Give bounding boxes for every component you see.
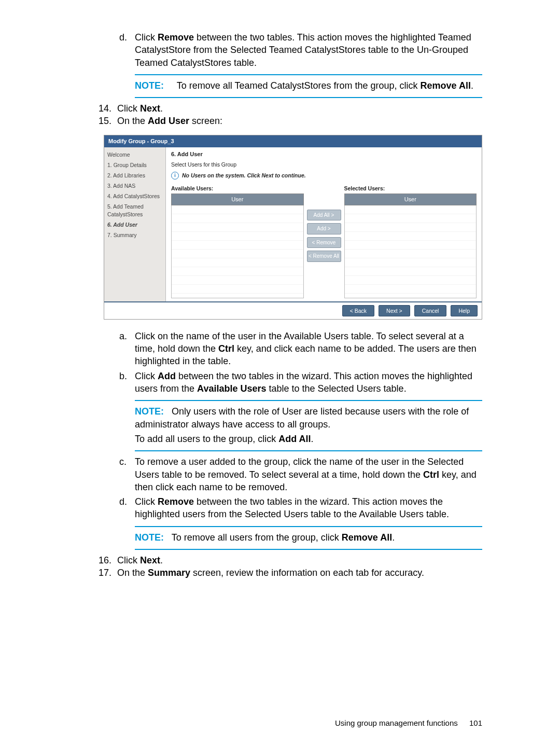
text: table to the Selected Users table. <box>266 383 406 394</box>
step-a: a. Click on the name of the user in the … <box>119 330 482 368</box>
text: . <box>160 103 163 114</box>
wizard-add-user: Modify Group - Group_3 Welcome 1. Group … <box>104 135 482 320</box>
wizard-footer: < Back Next > Cancel Help <box>104 301 482 319</box>
text: screen, review the information on each t… <box>190 568 424 578</box>
wizard-title: Modify Group - Group_3 <box>104 135 482 147</box>
bold: Remove <box>158 32 194 43</box>
note-label: NOTE: <box>135 80 164 91</box>
text: . <box>392 532 395 543</box>
bold: Add <box>158 371 176 381</box>
available-users-header: User <box>171 194 304 205</box>
bold: Next <box>140 103 160 114</box>
text: To add all users to the group, click <box>135 434 278 444</box>
back-button[interactable]: < Back <box>342 305 374 316</box>
note-text-2: To add all users to the group, click Add… <box>135 433 482 445</box>
nav-item[interactable]: Welcome <box>104 149 165 160</box>
note-rule <box>135 526 482 527</box>
bold: Ctrl <box>423 469 439 480</box>
bold: Ctrl <box>218 343 234 354</box>
selected-users-header: User <box>344 194 477 205</box>
text: To remove a user added to the group, cli… <box>135 457 464 479</box>
nav-item[interactable]: 1. Group Details <box>104 160 165 170</box>
info-icon: i <box>171 172 179 179</box>
step-heading: 6. Add User <box>171 150 477 158</box>
note-label: NOTE: <box>135 532 164 543</box>
step-14: 14. Click Next. <box>99 102 482 115</box>
page-footer: Using group management functions 101 <box>335 718 482 728</box>
footer-text: Using group management functions <box>335 719 458 727</box>
num: 17. <box>99 567 117 579</box>
remove-all-button[interactable]: < Remove All <box>307 251 341 262</box>
help-button[interactable]: Help <box>451 305 478 316</box>
select-users-text: Select Users for this Group <box>171 161 477 168</box>
step-16: 16. Click Next. <box>99 554 482 567</box>
selected-users-label: Selected Users: <box>344 185 477 192</box>
page-number: 101 <box>469 719 482 727</box>
info-message: No Users on the system. Click Next to co… <box>182 172 306 179</box>
text: screen: <box>189 116 222 126</box>
text: On the <box>117 568 148 578</box>
info-row: i No Users on the system. Click Next to … <box>171 172 477 179</box>
wizard-nav: Welcome 1. Group Details 2. Add Librarie… <box>104 147 166 301</box>
nav-item[interactable]: 4. Add CatalystStores <box>104 191 165 201</box>
nav-item[interactable]: 3. Add NAS <box>104 181 165 191</box>
text: Click <box>117 103 140 114</box>
text: . <box>160 555 163 565</box>
note-text: To remove all Teamed CatalystStores from… <box>177 80 421 91</box>
note-1: NOTE: To remove all Teamed CatalystStore… <box>135 79 482 92</box>
selected-users-table[interactable] <box>344 205 477 298</box>
cancel-button[interactable]: Cancel <box>414 305 447 316</box>
text: Click <box>135 496 158 507</box>
next-button[interactable]: Next > <box>379 305 410 316</box>
nav-item[interactable]: 7. Summary <box>104 230 165 240</box>
text: Click <box>135 32 158 43</box>
text: . <box>471 80 473 91</box>
available-users-table[interactable] <box>171 205 304 298</box>
step-b: b. Click Add between the two tables in t… <box>119 370 482 395</box>
text: . <box>311 434 313 444</box>
step-c: c. To remove a user added to the group, … <box>119 455 482 493</box>
step-d-top: d. Click Remove between the two tables. … <box>119 31 482 69</box>
note-3: NOTE: To remove all users from the group… <box>135 531 482 544</box>
num: 15. <box>99 115 117 127</box>
available-users-label: Available Users: <box>171 185 304 192</box>
nav-item[interactable]: 2. Add Libraries <box>104 170 165 181</box>
note-rule <box>135 400 482 401</box>
note-rule <box>135 549 482 550</box>
note-text: Only users with the role of User are lis… <box>135 406 469 429</box>
text: Click <box>117 555 140 565</box>
bold: Remove All <box>342 532 392 543</box>
remove-button[interactable]: < Remove <box>307 237 341 248</box>
num: 14. <box>99 102 117 115</box>
bold: Summary <box>148 568 190 578</box>
step-15: 15. On the Add User screen: <box>99 115 482 127</box>
bold: Remove All <box>421 80 471 91</box>
step-17: 17. On the Summary screen, review the in… <box>99 567 482 579</box>
num: 16. <box>99 554 117 567</box>
text: To remove all users from the group, clic… <box>172 532 342 543</box>
bold: Available Users <box>197 383 266 394</box>
step-d: d. Click Remove between the two tables i… <box>119 495 482 521</box>
note-2: NOTE: Only users with the role of User a… <box>135 405 482 431</box>
bold: Add User <box>148 116 189 126</box>
add-button[interactable]: Add > <box>307 223 341 234</box>
note-rule <box>135 97 482 98</box>
note-rule <box>135 450 482 451</box>
bold: Add All <box>278 434 311 444</box>
note-rule <box>135 74 482 75</box>
bold: Next <box>140 555 160 565</box>
text: Click <box>135 371 158 381</box>
add-all-button[interactable]: Add All > <box>307 210 341 221</box>
note-label: NOTE: <box>135 406 164 417</box>
nav-item[interactable]: 5. Add Teamed CatalystStores <box>104 201 165 219</box>
marker: d. <box>119 31 135 69</box>
nav-item-active[interactable]: 6. Add User <box>104 219 165 230</box>
text: On the <box>117 116 148 126</box>
bold: Remove <box>158 496 194 507</box>
